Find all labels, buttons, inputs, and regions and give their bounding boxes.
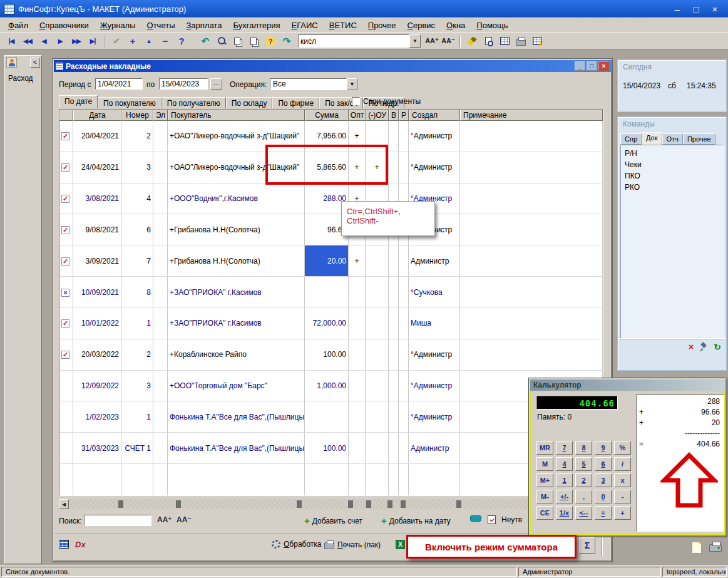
own-documents-checkbox[interactable] [352,97,360,105]
confirm-icon[interactable]: ✔ [109,34,124,48]
find-next-icon[interactable]: АА⁺ [424,34,439,48]
collapse-panel-button[interactable]: < [30,58,40,68]
selected-cell[interactable]: 20.00 [305,245,349,277]
clear-filter-icon[interactable] [470,515,481,522]
col-sum[interactable]: Сумма [305,110,349,121]
col-author[interactable]: Создал [409,110,460,121]
key-6[interactable]: 6 [595,457,612,471]
menu-help[interactable]: Помощь [471,19,513,32]
scroll-left-icon[interactable]: ◀ [59,499,69,509]
key-mminus[interactable]: M- [536,490,553,503]
menu-other[interactable]: Прочее [362,19,402,32]
key-divide[interactable]: / [614,457,631,471]
key-backspace[interactable]: <-- [575,506,592,520]
menu-file[interactable]: Файл [3,19,34,32]
print-service-icon[interactable] [709,544,722,552]
copy-multiple-icon[interactable] [247,34,262,48]
process-button[interactable]: Обработка [272,540,322,549]
key-1[interactable]: 1 [556,473,573,487]
key-0[interactable]: 0 [595,490,612,503]
table-row[interactable]: 31/03/2023СЧЕТ 1 Фонькина Т.А"Все для Ва… [59,433,603,464]
add-record-icon[interactable]: + [125,34,140,48]
table-row[interactable]: ✓ 10/01/20221 +ЗАО"ПРИОКА" г.Касимов72,0… [59,308,603,339]
maximize-button[interactable]: □ [687,2,705,16]
col-opt[interactable]: Опт [349,110,366,121]
excel-export-icon[interactable]: X [396,540,405,549]
find-next-icon[interactable]: АА⁺ [157,515,172,524]
find-prev-icon[interactable]: АА⁻ [441,34,456,48]
table-row[interactable]: × 10/09/20218 +ЗАО"ПРИОКА" г.Касимов °Су… [59,277,603,308]
tab-otch[interactable]: Отч [662,133,683,145]
col-number[interactable]: Номер [121,110,153,121]
col-el[interactable]: Эл [153,110,168,121]
nav-first-icon[interactable]: |◀ [4,34,19,48]
key-plus[interactable]: + [614,506,631,520]
undo-icon[interactable]: ↶ [198,34,213,48]
table-view-icon[interactable] [59,540,69,549]
table-row[interactable]: 1/02/20231 Фонькина Т.А"Все для Вас",(Пы… [59,401,603,433]
minimize-button[interactable]: – [668,2,687,16]
key-8[interactable]: 8 [575,441,592,455]
child-close-button[interactable]: × [598,61,609,71]
child-maximize-button[interactable]: □ [587,61,597,71]
key-sign[interactable]: +/- [556,490,573,503]
menu-salary[interactable]: Зарплата [180,19,227,32]
copy-icon[interactable] [230,34,245,48]
key-9[interactable]: 9 [595,441,612,455]
key-minus[interactable]: - [614,490,631,503]
menu-service[interactable]: Сервис [402,19,441,32]
menu-accounting[interactable]: Бухгалтерия [227,19,285,32]
find-prev-icon[interactable]: АА⁻ [177,515,192,524]
print-grid-icon[interactable] [513,34,528,48]
search-input[interactable] [84,515,151,526]
tab-spr[interactable]: Спр [620,133,642,145]
unapproved-label[interactable]: Неутв [501,515,522,524]
col-buyer[interactable]: Покупатель [168,110,305,121]
menu-egais[interactable]: ЕГАИС [286,19,324,32]
child-minimize-button[interactable]: _ [575,61,585,71]
tab-by-receiver[interactable]: По получателю [161,97,226,108]
col-status[interactable] [59,110,73,121]
period-more-button[interactable]: ... [210,78,222,90]
key-inverse[interactable]: 1/x [556,506,573,520]
operation-combobox[interactable]: Все ▼ [270,78,357,90]
command-cheki[interactable]: Чеки [625,159,719,170]
pin-icon[interactable] [700,343,707,351]
key-m[interactable]: M [536,457,553,471]
nav-next-icon[interactable]: ▶ [53,34,68,48]
nav-rewind-icon[interactable]: ◀◀ [20,34,35,48]
key-2[interactable]: 2 [575,473,592,487]
grid-settings-icon[interactable] [497,34,512,48]
key-mr[interactable]: MR [536,441,553,455]
search-icon[interactable] [214,34,229,48]
command-rko[interactable]: РКО [625,182,719,193]
chevron-down-icon[interactable]: ▼ [347,78,357,90]
key-3[interactable]: 3 [595,473,612,487]
command-pko[interactable]: ПКО [625,170,719,182]
table-row[interactable]: ✓ 3/08/20214 +ООО"Водник",г.Касимов288.0… [59,183,603,215]
scrollbar-track[interactable] [69,499,593,509]
print-pack-button[interactable]: Печать (пак) [324,540,381,549]
dx-icon[interactable]: Dх [75,540,86,549]
table-row[interactable]: ✓ 3/09/20217 +Грибанова Н.Н(Солотча)20.0… [59,245,603,277]
add-on-date-button[interactable]: + Добавить на дату [381,515,451,526]
horizontal-scrollbar[interactable]: ◀ ▶ [59,499,603,509]
date-to-field[interactable]: 15/04/2023 [159,78,208,90]
context-help-icon[interactable]: ? [263,34,278,48]
panel-label[interactable]: Расход [5,69,41,88]
menu-references[interactable]: Справочники [34,19,95,32]
edit-record-icon[interactable]: ▲ [141,34,156,48]
date-from-field[interactable]: 1/04/2021 [95,78,143,90]
key-4[interactable]: 4 [556,457,573,471]
close-button[interactable]: × [705,2,724,16]
key-equals[interactable]: = [595,506,612,520]
delete-record-icon[interactable]: − [158,34,173,48]
tab-by-firm[interactable]: По фирме [272,97,319,108]
tab-dok[interactable]: Док [642,132,662,145]
quick-search-input[interactable] [298,34,409,48]
chevron-down-icon[interactable]: ▼ [409,34,421,48]
unapprove-icon[interactable] [488,515,496,524]
key-7[interactable]: 7 [556,441,573,455]
key-mplus[interactable]: M+ [536,473,553,487]
key-ce[interactable]: CE [536,506,553,520]
